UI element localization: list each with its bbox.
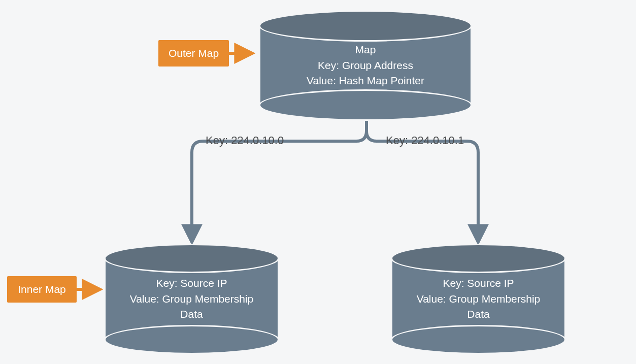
tag-outer-map: Outer Map <box>158 40 229 67</box>
inner-left-line3: Data <box>180 307 203 322</box>
inner-left-line1: Key: Source IP <box>156 276 227 291</box>
cylinder-inner-left: Key: Source IP Value: Group Membership D… <box>104 244 279 354</box>
inner-left-line2: Value: Group Membership <box>130 291 254 307</box>
diagram-stage: Outer Map Inner Map Map Key: Group Addre… <box>0 0 636 364</box>
outer-line3: Value: Hash Map Pointer <box>307 73 424 88</box>
outer-line2: Key: Group Address <box>318 58 413 73</box>
tag-inner-map: Inner Map <box>7 276 77 303</box>
cylinder-outer-map: Map Key: Group Address Value: Hash Map P… <box>259 10 472 121</box>
tag-outer-map-label: Outer Map <box>169 47 219 59</box>
outer-line1: Map <box>355 42 376 57</box>
inner-right-line3: Data <box>467 307 489 322</box>
inner-right-line1: Key: Source IP <box>443 276 514 291</box>
inner-right-line2: Value: Group Membership <box>417 291 541 307</box>
cylinder-inner-right: Key: Source IP Value: Group Membership D… <box>391 244 566 354</box>
branch-key-left: Key: 224.0.10.0 <box>206 134 284 147</box>
tag-inner-map-label: Inner Map <box>18 283 66 295</box>
branch-key-right: Key: 224.0.10.1 <box>386 134 464 147</box>
